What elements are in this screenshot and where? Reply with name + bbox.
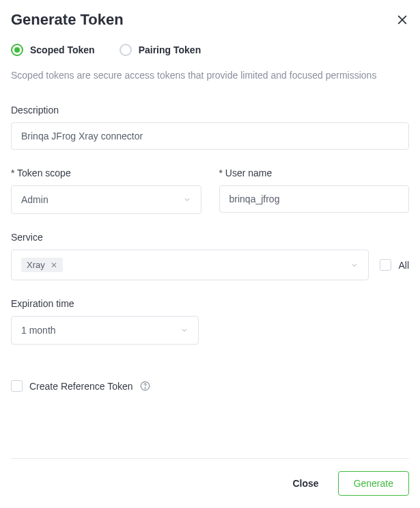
chevron-down-icon: [350, 261, 359, 269]
radio-pairing-token[interactable]: Pairing Token: [120, 44, 201, 56]
description-input[interactable]: [11, 122, 409, 150]
tag-remove-icon[interactable]: ✕: [51, 260, 57, 270]
service-select[interactable]: Xray ✕: [11, 250, 369, 280]
expiration-value: 1 month: [21, 325, 56, 336]
radio-scoped-label: Scoped Token: [30, 44, 95, 55]
generate-button[interactable]: Generate: [338, 471, 409, 496]
ref-token-checkbox-wrap[interactable]: Create Reference Token: [11, 380, 133, 392]
checkbox-icon: [11, 380, 23, 392]
username-label: * User name: [219, 168, 410, 178]
radio-icon: [120, 44, 132, 56]
checkbox-icon: [380, 259, 391, 271]
all-label: All: [398, 260, 409, 271]
close-button[interactable]: Close: [285, 472, 327, 494]
radio-icon: [11, 44, 23, 56]
all-checkbox-wrap[interactable]: All: [380, 259, 409, 271]
description-label: Description: [11, 105, 409, 116]
service-tag-label: Xray: [27, 260, 45, 270]
chevron-down-icon: [183, 196, 191, 204]
token-scope-value: Admin: [21, 194, 48, 205]
chevron-down-icon: [180, 326, 188, 334]
service-label: Service: [11, 232, 409, 243]
close-icon[interactable]: [395, 13, 409, 27]
help-text: Scoped tokens are secure access tokens t…: [11, 68, 409, 83]
token-scope-label: * Token scope: [11, 168, 201, 178]
token-scope-select[interactable]: Admin: [11, 185, 201, 214]
expiration-select[interactable]: 1 month: [11, 316, 199, 345]
radio-scoped-token[interactable]: Scoped Token: [11, 44, 95, 56]
ref-token-label: Create Reference Token: [29, 381, 133, 392]
service-tag: Xray ✕: [21, 258, 63, 272]
username-input[interactable]: [219, 185, 410, 213]
help-icon[interactable]: [140, 381, 150, 391]
expiration-label: Expiration time: [11, 298, 409, 309]
radio-pairing-label: Pairing Token: [139, 44, 201, 55]
page-title: Generate Token: [11, 11, 124, 29]
svg-point-3: [145, 388, 145, 388]
